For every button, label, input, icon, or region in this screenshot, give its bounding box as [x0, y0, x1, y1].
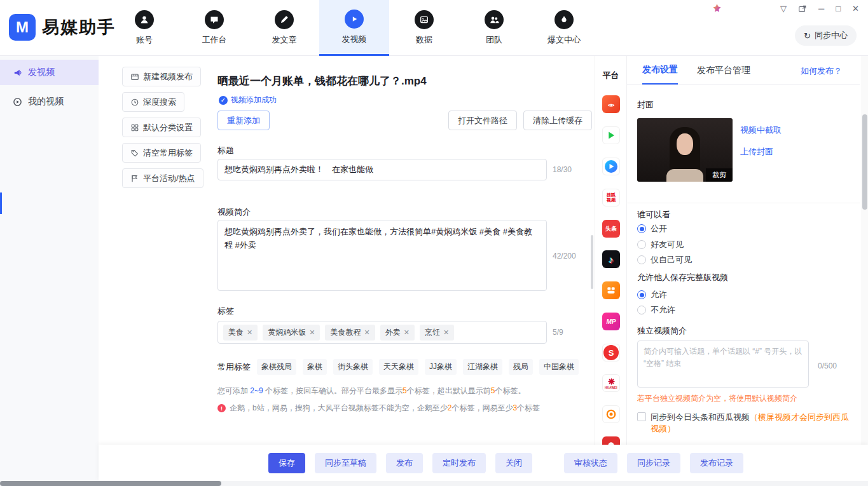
- how-to-publish-link[interactable]: 如何发布？: [801, 65, 842, 77]
- platform-icon-huawei[interactable]: HUAWEI: [602, 374, 620, 392]
- nav-tab-account[interactable]: 账号: [109, 0, 179, 56]
- common-tag[interactable]: JJ象棋: [425, 359, 457, 375]
- capture-from-video-link[interactable]: 视频中截取: [740, 125, 782, 136]
- review-status-button[interactable]: 审核状态: [564, 453, 617, 473]
- tab-platform-management[interactable]: 发布平台管理: [697, 56, 750, 84]
- promo-icon[interactable]: [712, 3, 722, 13]
- open-file-path-button[interactable]: 打开文件路径: [448, 111, 517, 130]
- tags-input-box[interactable]: 美食✕ 黄焖鸡米饭✕ 美食教程✕ 外卖✕ 烹饪✕: [217, 321, 547, 344]
- tag-chip[interactable]: 美食✕: [223, 325, 258, 341]
- nav-tab-team[interactable]: 团队: [459, 0, 529, 56]
- tag-chip[interactable]: 美食教程✕: [325, 325, 375, 341]
- nav-tab-publish-article[interactable]: 发文章: [249, 0, 319, 56]
- scheduled-publish-button[interactable]: 定时发布: [432, 453, 486, 473]
- sync-to-draft-button[interactable]: 同步至草稿: [315, 453, 376, 473]
- sync-center-button[interactable]: ↻ 同步中心: [795, 25, 857, 46]
- sync-records-button[interactable]: 同步记录: [627, 453, 680, 473]
- platform-icon-toutiao[interactable]: 头条: [602, 220, 620, 238]
- close-button[interactable]: 关闭: [495, 453, 532, 473]
- platform-icon-meipai[interactable]: MP: [602, 313, 620, 330]
- footer-action-bar: 保存 同步至草稿 发布 定时发布 关闭 审核状态 同步记录 发布记录: [99, 445, 868, 481]
- deep-search-button[interactable]: 深度搜索: [122, 92, 184, 112]
- nav-label: 发视频: [342, 34, 367, 45]
- platform-icon-1[interactable]: [602, 95, 620, 113]
- radio-private[interactable]: 仅自己可见: [637, 254, 692, 266]
- remove-tag-icon[interactable]: ✕: [443, 328, 449, 337]
- nav-tab-workbench[interactable]: 工作台: [179, 0, 249, 56]
- publish-button[interactable]: 发布: [386, 453, 423, 473]
- nav-label: 发文章: [272, 34, 297, 46]
- save-button[interactable]: 保存: [268, 453, 305, 473]
- tab-publish-settings[interactable]: 发布设置: [642, 56, 678, 84]
- independent-description-textarea[interactable]: [637, 341, 809, 388]
- title-label: 标题: [217, 145, 234, 156]
- platform-activity-button[interactable]: 平台活动/热点: [122, 168, 203, 188]
- main-scrollbar-thumb[interactable]: [591, 235, 593, 289]
- tag-chip[interactable]: 黄焖鸡米饭✕: [263, 325, 320, 341]
- radio-allow[interactable]: 允许: [637, 289, 667, 300]
- dropdown-icon[interactable]: ▽: [780, 4, 787, 14]
- sidebar-item-publish-video[interactable]: 发视频: [0, 60, 99, 85]
- status-text: 视频添加成功: [231, 95, 277, 105]
- tags-hint: 您可添加 2~9 个标签，按回车确认。部分平台最多显示5个标签，超出默认显示前5…: [217, 386, 525, 396]
- maximize-icon[interactable]: □: [836, 4, 841, 14]
- radio-deny[interactable]: 不允许: [637, 304, 675, 316]
- feedback-icon[interactable]: [798, 4, 807, 13]
- platform-icon-iqiyi[interactable]: [602, 126, 620, 144]
- right-scrollbar-thumb[interactable]: [862, 114, 867, 210]
- platform-icon-blue-play[interactable]: [602, 158, 620, 175]
- minimize-icon[interactable]: ─: [818, 4, 824, 14]
- common-tag[interactable]: 中国象棋: [539, 359, 579, 375]
- common-tag[interactable]: 残局: [509, 359, 533, 375]
- platform-icon-orange[interactable]: [602, 281, 620, 299]
- nav-tab-data[interactable]: 数据: [389, 0, 459, 56]
- crop-badge[interactable]: 裁剪: [706, 168, 733, 182]
- clear-upload-cache-button[interactable]: 清除上传缓存: [523, 111, 592, 130]
- toutiao-label: 头条: [605, 226, 617, 232]
- sidebar-item-my-videos[interactable]: 我的视频: [0, 89, 99, 114]
- remove-tag-icon[interactable]: ✕: [404, 328, 410, 337]
- platform-icon-sogou[interactable]: S: [602, 344, 620, 361]
- tag-chip[interactable]: 外卖✕: [380, 325, 415, 341]
- nav-tab-hot-center[interactable]: 爆文中心: [529, 0, 599, 56]
- common-tag[interactable]: 天天象棋: [379, 359, 418, 375]
- remove-tag-icon[interactable]: ✕: [309, 328, 315, 337]
- common-tag[interactable]: 象棋: [303, 359, 327, 375]
- platform-icon-weibo[interactable]: [602, 405, 620, 423]
- title-input[interactable]: [217, 159, 547, 180]
- publish-records-button[interactable]: 发布记录: [690, 453, 743, 473]
- tag-icon: [130, 149, 139, 158]
- remove-tag-icon[interactable]: ✕: [364, 328, 369, 337]
- platform-icon-sohu-video[interactable]: 搜狐视频: [602, 189, 620, 206]
- radio-public[interactable]: 公开: [637, 223, 667, 234]
- common-tag[interactable]: 街头象棋: [333, 359, 373, 375]
- remove-tag-icon[interactable]: ✕: [247, 328, 252, 337]
- cover-thumbnail[interactable]: 裁剪: [637, 118, 733, 182]
- common-tag[interactable]: 江湖象棋: [463, 359, 502, 375]
- tag-label: 外卖: [385, 327, 401, 338]
- upload-cover-link[interactable]: 上传封面: [740, 146, 773, 158]
- radio-friends-only[interactable]: 好友可见: [637, 239, 684, 250]
- description-textarea[interactable]: 想吃黄焖鸡别再点外卖了，我们在家也能做，方法很简单#黄焖鸡米饭 #美食 #美食教…: [217, 220, 547, 291]
- platform-icon-douyin[interactable]: ♪: [602, 250, 620, 268]
- app-logo-icon: M: [9, 14, 36, 41]
- independent-description-label: 独立视频简介: [637, 325, 687, 337]
- close-icon[interactable]: ✕: [852, 4, 859, 14]
- bottom-scrollbar-track: [0, 481, 868, 486]
- common-tag[interactable]: 象棋残局: [257, 359, 296, 375]
- readd-video-button[interactable]: 重新添加: [217, 111, 270, 130]
- radio-label: 不允许: [651, 304, 675, 316]
- new-video-publish-button[interactable]: 新建视频发布: [122, 67, 201, 86]
- right-scrollbar-track: [861, 56, 868, 481]
- platform-icon-12[interactable]: [602, 436, 620, 445]
- nav-tab-publish-video[interactable]: 发视频: [319, 0, 389, 56]
- clear-common-tags-button[interactable]: 清空常用标签: [122, 143, 201, 163]
- bottom-scrollbar-thumb[interactable]: [0, 481, 221, 486]
- default-category-settings-button[interactable]: 默认分类设置: [122, 118, 201, 137]
- publish-settings-panel: 发布设置 发布平台管理 如何发布？ 封面 裁剪 视频中截取 上传封面 谁可以看 …: [626, 56, 860, 445]
- app-logo: M 易媒助手: [9, 14, 116, 41]
- tag-chip[interactable]: 烹饪✕: [420, 325, 454, 341]
- sidebar-item-label: 我的视频: [28, 96, 64, 107]
- checkbox-icon[interactable]: [637, 412, 646, 421]
- sync-toutiao-checkbox-row[interactable]: 同步到今日头条和西瓜视频（横屏视频才会同步到西瓜视频）: [637, 412, 853, 435]
